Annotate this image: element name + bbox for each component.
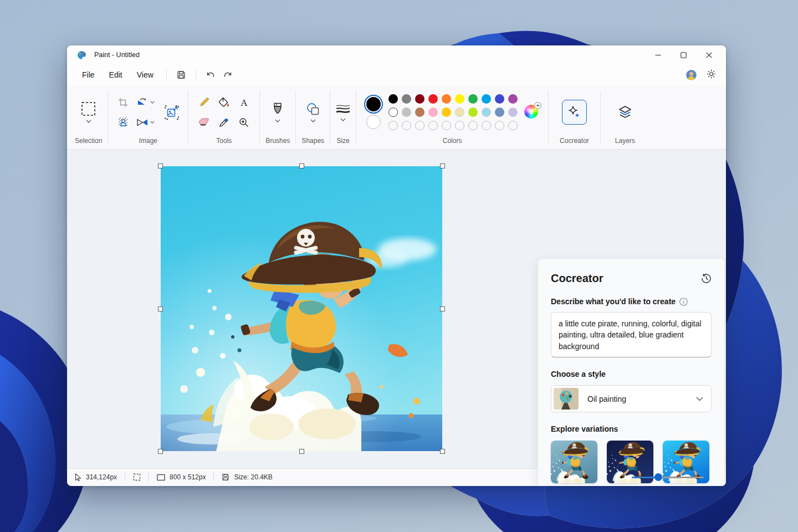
chevron-down-icon [696, 397, 703, 401]
selection-tool-button[interactable] [81, 101, 96, 123]
group-label: Brushes [265, 136, 290, 149]
cocreator-panel-title: Cocreator [551, 272, 603, 285]
selection-size-icon [133, 473, 141, 481]
palette-color[interactable] [508, 94, 518, 104]
menu-file[interactable]: File [75, 67, 102, 83]
rotate-button[interactable] [133, 94, 158, 111]
cocreator-button[interactable] [562, 100, 587, 125]
group-label: Selection [75, 136, 102, 149]
menu-view[interactable]: View [130, 67, 161, 83]
palette-color-empty[interactable] [508, 121, 518, 130]
palette-color[interactable] [455, 94, 464, 104]
magnifier-tool-icon[interactable] [236, 114, 252, 131]
menu-edit[interactable]: Edit [102, 67, 130, 83]
palette-color[interactable] [388, 94, 398, 104]
fill-tool-icon[interactable] [216, 94, 232, 111]
zoom-slider-thumb[interactable] [654, 473, 662, 481]
settings-gear-icon[interactable] [707, 69, 716, 81]
selection-handle-n[interactable] [299, 163, 304, 168]
save-button[interactable] [172, 67, 190, 83]
group-shapes: Shapes [297, 89, 329, 149]
palette-color-empty[interactable] [455, 121, 464, 130]
color-picker-tool-icon[interactable] [216, 114, 232, 131]
chevron-down-icon [150, 121, 155, 124]
style-dropdown[interactable]: Oil painting [551, 385, 712, 412]
sparkle-icon [567, 105, 581, 120]
palette-color[interactable] [415, 108, 424, 117]
group-label: Colors [443, 136, 462, 149]
selection-handle-se[interactable] [440, 449, 445, 454]
palette-color-empty[interactable] [495, 121, 504, 130]
eraser-tool-icon[interactable] [196, 114, 212, 131]
palette-color[interactable] [495, 108, 504, 117]
palette-color[interactable] [442, 108, 451, 117]
canvas-dimensions: 800 x 512px [170, 473, 206, 481]
divider [108, 91, 108, 144]
undo-button[interactable] [202, 67, 219, 83]
selection-handle-w[interactable] [158, 306, 163, 311]
palette-color[interactable] [508, 108, 518, 117]
redo-button[interactable] [219, 67, 237, 83]
background-color-swatch[interactable] [366, 115, 381, 129]
palette-color[interactable] [468, 94, 478, 104]
titlebar: Paint - Untitled [67, 45, 726, 64]
chevron-down-icon [310, 119, 316, 122]
palette-color-empty[interactable] [482, 121, 491, 130]
window-title: Paint - Untitled [94, 51, 140, 59]
file-size-icon [222, 473, 229, 481]
user-avatar[interactable] [686, 70, 697, 80]
variation-thumbnail-1[interactable] [551, 441, 597, 483]
palette-color[interactable] [482, 108, 491, 117]
palette-color-empty[interactable] [415, 121, 424, 130]
palette-color-empty[interactable] [442, 121, 451, 130]
canvas-image[interactable] [161, 166, 442, 451]
group-label: Shapes [301, 136, 324, 149]
shapes-button[interactable] [306, 103, 320, 122]
pencil-tool-icon[interactable] [196, 94, 212, 111]
palette-color[interactable] [415, 94, 424, 104]
palette-color[interactable] [482, 94, 491, 104]
palette-color-empty[interactable] [468, 121, 478, 130]
group-label: Size [336, 136, 349, 149]
palette-color-empty[interactable] [388, 121, 398, 130]
flip-button[interactable] [133, 114, 158, 131]
remove-background-icon[interactable] [115, 114, 131, 131]
prompt-input[interactable]: a little cute pirate, running, colorful,… [551, 312, 712, 357]
crop-icon[interactable] [115, 94, 131, 111]
history-icon[interactable] [701, 273, 712, 284]
selection-handle-e[interactable] [440, 306, 445, 311]
palette-color[interactable] [388, 108, 398, 117]
chevron-down-icon [150, 101, 155, 104]
layers-button[interactable] [614, 101, 636, 124]
plus-icon: + [534, 102, 541, 109]
selection-handle-sw[interactable] [158, 449, 163, 454]
palette-color[interactable] [402, 94, 411, 104]
palette-color[interactable] [455, 108, 464, 117]
palette-color-empty[interactable] [402, 121, 411, 130]
brushes-button[interactable] [272, 103, 283, 122]
selection-handle-nw[interactable] [158, 163, 163, 168]
close-button[interactable] [696, 45, 722, 64]
edit-colors-button[interactable]: + [524, 105, 539, 120]
palette-color[interactable] [468, 108, 478, 117]
paint-window: Paint - Untitled File Edit View [67, 45, 726, 486]
text-tool-icon[interactable]: A [236, 94, 252, 111]
palette-color[interactable] [428, 94, 438, 104]
palette-color[interactable] [402, 108, 411, 117]
resize-image-button[interactable] [161, 102, 182, 123]
info-icon[interactable] [679, 298, 688, 306]
size-button[interactable] [336, 104, 350, 121]
group-label: Cocreator [560, 136, 589, 149]
canvas-workspace[interactable]: Cocreator Describe what you'd like to cr… [67, 150, 726, 468]
selection-handle-s[interactable] [299, 449, 304, 454]
zoom-slider[interactable] [632, 473, 704, 481]
palette-color[interactable] [442, 94, 451, 104]
palette-color[interactable] [495, 94, 504, 104]
chevron-down-icon [275, 119, 280, 122]
palette-color-empty[interactable] [428, 121, 438, 130]
minimize-button[interactable] [645, 45, 671, 64]
maximize-button[interactable] [671, 45, 696, 64]
foreground-color-swatch[interactable] [365, 96, 382, 112]
selection-handle-ne[interactable] [440, 163, 445, 168]
palette-color[interactable] [428, 108, 438, 117]
